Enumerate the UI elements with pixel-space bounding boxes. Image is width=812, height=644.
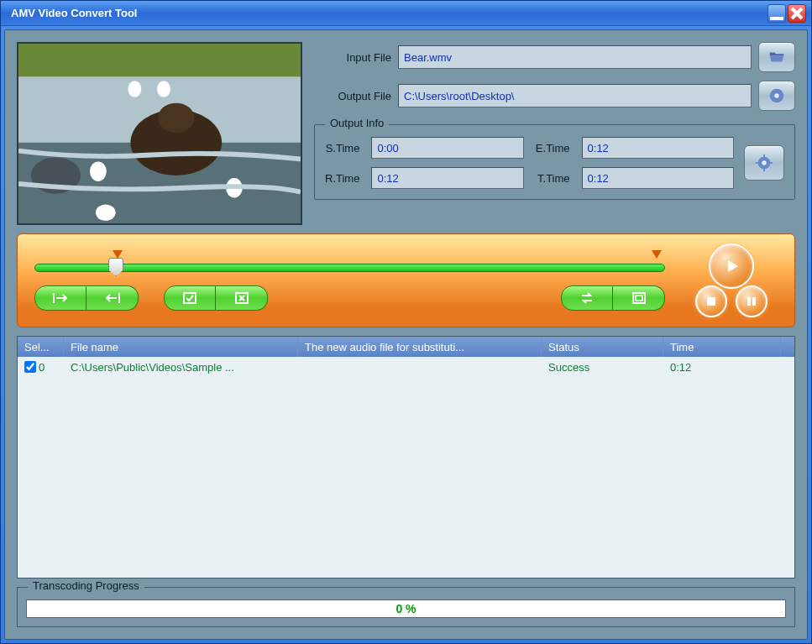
svg-rect-24 [633,293,645,303]
svg-point-5 [158,103,194,133]
mark-in-icon [51,292,70,304]
input-file-label: Input File [314,51,391,64]
row-filename: C:\Users\Public\Videos\Sample ... [64,361,298,374]
ttime-label: T.Time [536,172,570,185]
minimize-button[interactable] [767,4,786,23]
svg-point-15 [762,160,767,165]
table-row[interactable]: 0 C:\Users\Public\Videos\Sample ... Succ… [18,357,794,377]
stime-field[interactable]: 0:00 [371,137,523,159]
mark-end-button[interactable] [86,285,139,311]
mark-out-icon [103,292,122,304]
output-file-label: Output File [314,90,391,102]
select-all-button[interactable] [164,285,216,311]
etime-field[interactable]: 0:12 [582,137,734,159]
svg-rect-19 [769,162,773,164]
settings-button[interactable] [744,145,784,181]
svg-point-11 [96,204,116,221]
browse-output-button[interactable] [758,81,795,111]
svg-rect-16 [763,154,765,158]
playback-panel [17,233,795,327]
svg-rect-25 [636,296,642,301]
ttime-field[interactable]: 0:12 [582,167,734,189]
start-marker-icon[interactable] [113,250,123,259]
th-time[interactable]: Time [663,337,781,357]
stime-label: S.Time [325,142,359,154]
row-checkbox[interactable] [24,361,36,373]
disc-icon [767,86,786,105]
svg-rect-18 [756,162,759,164]
fullscreen-icon [632,292,646,304]
check-box-icon [183,292,196,304]
seek-track [34,264,665,272]
svg-point-8 [157,81,170,97]
rtime-field[interactable]: 0:12 [371,167,523,189]
row-time: 0:12 [663,361,781,374]
output-file-field[interactable]: C:\Users\root\Desktop\ [398,84,752,107]
pause-button[interactable] [736,285,767,317]
progress-legend: Transcoding Progress [28,579,144,592]
svg-point-13 [774,93,779,98]
end-marker-icon[interactable] [652,250,662,259]
svg-rect-0 [770,17,783,20]
th-audio[interactable]: The new audio file for substituti... [298,337,542,357]
svg-rect-21 [118,293,120,303]
convert-button[interactable] [561,285,613,311]
svg-rect-26 [707,297,715,306]
client-area: Input File Bear.wmv Output File C:\Users… [4,29,808,640]
row-status: Success [542,361,663,374]
play-button[interactable] [709,243,754,289]
svg-point-9 [90,161,107,181]
etime-label: E.Time [536,142,570,154]
rtime-label: R.Time [325,172,359,185]
app-window: AMV Video Convert Tool [0,0,812,644]
svg-rect-22 [184,293,196,303]
svg-rect-17 [763,168,765,171]
svg-rect-27 [747,297,751,306]
svg-rect-20 [53,293,55,303]
file-table: Sel... File name The new audio file for … [17,336,795,579]
svg-point-7 [128,81,141,97]
progress-bar: 0 % [26,599,786,618]
play-controls [685,240,778,321]
th-status[interactable]: Status [542,337,663,357]
pause-icon [747,296,757,306]
mark-start-button[interactable] [34,285,86,311]
titlebar: AMV Video Convert Tool [1,1,811,26]
x-box-icon [235,292,249,304]
browse-input-button[interactable] [758,42,795,72]
row-index: 0 [39,361,45,374]
stop-icon [706,296,716,306]
table-header: Sel... File name The new audio file for … [18,337,794,357]
th-filename[interactable]: File name [64,337,298,357]
output-info-legend: Output Info [325,117,389,129]
th-select[interactable]: Sel... [18,337,64,357]
stop-button[interactable] [695,285,727,317]
progress-text: 0 % [396,602,416,615]
video-preview [17,42,302,225]
close-button[interactable] [788,4,806,23]
deselect-all-button[interactable] [216,285,268,311]
seek-slider[interactable] [34,255,665,275]
play-icon [723,258,740,275]
gear-icon [755,154,773,172]
progress-group: Transcoding Progress 0 % [17,587,795,627]
seek-thumb[interactable] [108,258,123,276]
svg-rect-28 [752,297,756,306]
fullscreen-button[interactable] [613,285,665,311]
convert-icon [579,291,595,305]
window-title: AMV Video Convert Tool [6,7,766,19]
input-file-field[interactable]: Bear.wmv [398,45,752,69]
folder-open-icon [767,48,786,66]
output-info-group: Output Info S.Time 0:00 E.Time 0:12 R.Ti… [314,124,795,200]
